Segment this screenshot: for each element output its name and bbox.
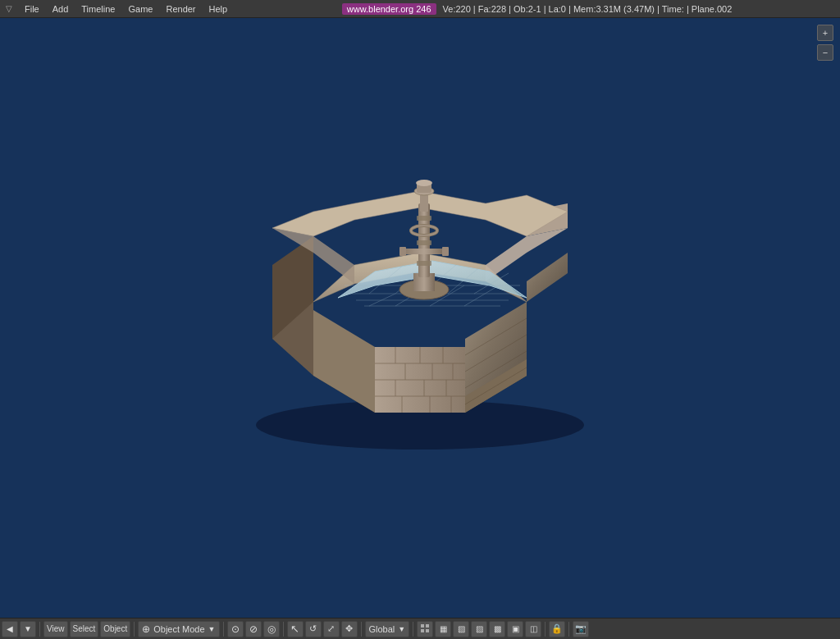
separator-4 xyxy=(283,622,284,637)
svg-rect-57 xyxy=(404,249,445,254)
svg-marker-8 xyxy=(313,310,375,413)
nav-zoom-in[interactable]: + xyxy=(817,25,833,41)
nav-widget: + − xyxy=(817,25,833,61)
snap2-btn[interactable]: ◎ xyxy=(263,621,280,637)
menu-file[interactable]: File xyxy=(18,0,46,18)
title-bar-center: www.blender.org 246 Ve:220 | Fa:228 | Ob… xyxy=(234,3,840,15)
menu-add[interactable]: Add xyxy=(46,0,75,18)
grid-btn-4[interactable]: ▨ xyxy=(471,621,487,637)
grid-btn-3[interactable]: ▧ xyxy=(453,621,469,637)
main-viewport[interactable]: + − xyxy=(0,18,840,618)
toolbar-arrow-left[interactable]: ◀ xyxy=(2,621,18,637)
bottom-toolbar: ◀ ▼ View Select Object ⊕ Object Mode ▼ ⊙… xyxy=(0,618,840,639)
grid-btn-6[interactable]: ▣ xyxy=(507,621,523,637)
separator-2 xyxy=(134,622,135,637)
lock-btn[interactable]: 🔒 xyxy=(549,621,565,637)
global-dropdown[interactable]: Global ▼ xyxy=(365,621,410,637)
render-btn[interactable]: 📷 xyxy=(573,621,589,637)
svg-rect-58 xyxy=(399,247,406,256)
nav-zoom-out[interactable]: − xyxy=(817,44,833,61)
svg-rect-59 xyxy=(442,247,449,256)
toolbar-arrow-down[interactable]: ▼ xyxy=(20,621,36,637)
scale-tool-btn[interactable]: ⤢ xyxy=(323,621,340,637)
svg-rect-56 xyxy=(417,261,431,266)
svg-rect-55 xyxy=(417,240,431,245)
menu-timeline[interactable]: Timeline xyxy=(75,0,121,18)
url-badge: www.blender.org 246 xyxy=(342,3,436,15)
grid-btn-2[interactable]: ▦ xyxy=(435,621,451,637)
separator-7 xyxy=(545,622,546,637)
mode-dropdown[interactable]: ⊕ Object Mode ▼ xyxy=(138,621,219,637)
separator-6 xyxy=(413,622,413,637)
snap-btn[interactable]: ⊘ xyxy=(245,621,262,637)
menu-render[interactable]: Render xyxy=(159,0,202,18)
select-menu-btn[interactable]: Select xyxy=(70,621,99,637)
cursor-tool-btn[interactable]: ↖ xyxy=(287,621,304,637)
rotate-tool-btn[interactable]: ↺ xyxy=(305,621,322,637)
view-menu-btn[interactable]: View xyxy=(43,621,68,637)
menu-help[interactable]: Help xyxy=(203,0,235,18)
grid-btn-5[interactable]: ▩ xyxy=(489,621,505,637)
blender-logo-icon: ▽ xyxy=(0,0,18,18)
fountain-3d-object xyxy=(223,121,617,466)
separator-1 xyxy=(39,622,40,637)
menu-game[interactable]: Game xyxy=(121,0,159,18)
svg-point-53 xyxy=(416,180,432,186)
svg-line-43 xyxy=(369,294,395,306)
stats-text: Ve:220 | Fa:228 | Ob:2-1 | La:0 | Mem:3.… xyxy=(443,4,733,14)
svg-line-46 xyxy=(464,285,499,306)
grid-view-btn[interactable] xyxy=(417,621,433,637)
transform-btn[interactable]: ⊙ xyxy=(227,621,244,637)
svg-rect-54 xyxy=(417,216,431,221)
separator-5 xyxy=(361,622,362,637)
svg-marker-3 xyxy=(527,253,568,302)
separator-3 xyxy=(223,622,224,637)
grid-btn-7[interactable]: ◫ xyxy=(525,621,541,637)
object-menu-btn[interactable]: Object xyxy=(100,621,130,637)
separator-8 xyxy=(568,622,569,637)
top-menubar: ▽ File Add Timeline Game Render Help www… xyxy=(0,0,840,18)
extra-tool-btn[interactable]: ✥ xyxy=(341,621,358,637)
